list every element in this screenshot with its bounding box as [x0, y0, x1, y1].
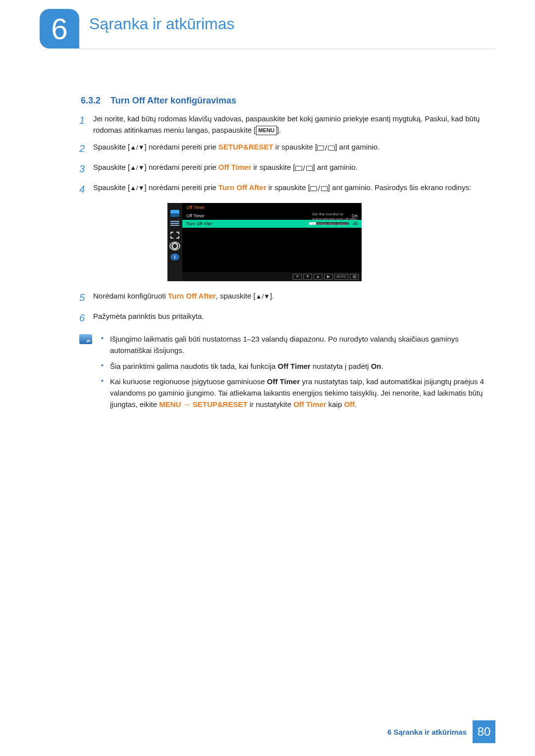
enter-icon: /	[295, 162, 313, 174]
note-list: Išjungimo laikmatis gali būti nustatomas…	[101, 333, 495, 414]
keyword-setup-reset: SETUP&RESET	[193, 400, 248, 408]
note-item: Kai kuriuose regionuose įsigytuose gamin…	[101, 376, 495, 410]
note-text: .	[355, 400, 357, 408]
step-text: ] ant gaminio.	[335, 143, 379, 151]
enter-icon: /	[310, 183, 328, 194]
keyword-turn-off-after: Turn Off After	[168, 292, 216, 300]
step-text: ] ant gaminio.	[313, 163, 358, 171]
step-number: 5	[79, 290, 93, 305]
osd-help-text: Set the monitor to automatically turn of…	[312, 212, 360, 227]
footer-chapter-ref: 6 Sąranka ir atkūrimas	[387, 728, 467, 736]
osd-btn-right-icon: ▶	[324, 274, 333, 280]
note-block: Išjungimo laikmatis gali būti nustatomas…	[79, 333, 495, 414]
osd-btn-auto: AUTO	[334, 274, 348, 280]
step-4: 4 Spauskite [▲/▼] norėdami pereiti prie …	[79, 182, 495, 197]
step-text: ir spauskite [	[266, 183, 310, 192]
step-body: Spauskite [▲/▼] norėdami pereiti prie Of…	[93, 161, 495, 177]
step-6: 6 Pažymėta parinktis bus pritaikyta.	[79, 310, 495, 326]
step-number: 1	[79, 113, 93, 136]
chapter-number: 6	[51, 12, 67, 46]
section-title: 6.3.2 Turn Off After konfigūravimas	[81, 96, 236, 106]
arrow-icon: →	[181, 400, 192, 408]
step-number: 3	[79, 161, 93, 177]
section-number: 6.3.2	[81, 96, 101, 105]
note-text: Išjungimo laikmatis gali būti nustatomas…	[110, 335, 459, 354]
step-text: ] ant gaminio. Pasirodys šis ekrano rodi…	[328, 183, 471, 192]
step-text: ] norėdami pereiti prie	[145, 163, 218, 171]
osd-panel: i Off Timer Off Timer On Turn Off After …	[167, 203, 362, 281]
keyword-off-timer: Off Timer	[293, 400, 326, 408]
step-text: Norėdami konfigūruoti	[93, 292, 168, 300]
steps-list: 1 Jei norite, kad būtų rodomas klavišų v…	[79, 113, 495, 331]
step-text: Spauskite [	[93, 183, 130, 192]
osd-icon-display	[170, 210, 179, 217]
note-text: Šia parinktimi galima naudotis tik tada,…	[110, 362, 278, 370]
osd-screenshot: i Off Timer Off Timer On Turn Off After …	[93, 203, 495, 281]
osd-header: Off Timer	[182, 203, 362, 212]
page-footer: 6 Sąranka ir atkūrimas 80	[387, 720, 495, 743]
chapter-rule	[79, 49, 495, 49]
osd-btn-up-icon: ▲	[314, 274, 322, 280]
osd-footer: ✕ ▼ ▲ ▶ AUTO ⏻	[182, 272, 362, 281]
step-text: Spauskite [	[93, 143, 130, 151]
step-body: Jei norite, kad būtų rodomas klavišų vad…	[93, 113, 495, 136]
note-icon	[79, 334, 92, 344]
keyword-on: On	[371, 362, 381, 370]
keyword-off-timer: Off Timer	[278, 362, 311, 370]
step-body: Pažymėta parinktis bus pritaikyta.	[93, 310, 495, 326]
note-text: Kai kuriuose regionuose įsigytuose gamin…	[110, 377, 267, 386]
osd-icon-info: i	[170, 253, 179, 260]
enter-icon: /	[317, 142, 335, 153]
step-text: Jei norite, kad būtų rodomas klavišų vad…	[93, 114, 480, 134]
step-number: 6	[79, 310, 93, 326]
keyword-off: Off	[344, 400, 355, 408]
step-body: Norėdami konfigūruoti Turn Off After, sp…	[93, 290, 495, 305]
up-down-icon: ▲/▼	[130, 143, 144, 152]
chapter-tab: 6	[40, 9, 79, 49]
osd-icon-resize	[170, 232, 179, 239]
keyword-turn-off-after: Turn Off After	[218, 183, 267, 192]
step-text: ].	[270, 292, 274, 300]
osd-empty-area	[182, 228, 362, 272]
osd-icon-list	[170, 221, 179, 228]
note-text: .	[381, 362, 383, 370]
step-text: ir spauskite [	[251, 163, 295, 171]
step-text: Spauskite [	[93, 163, 130, 171]
osd-btn-power-icon: ⏻	[350, 274, 359, 280]
osd-btn-close-icon: ✕	[293, 274, 302, 280]
section-heading: Turn Off After konfigūravimas	[110, 96, 236, 105]
osd-btn-down-icon: ▼	[303, 274, 312, 280]
note-item: Išjungimo laikmatis gali būti nustatomas…	[101, 333, 495, 356]
step-1: 1 Jei norite, kad būtų rodomas klavišų v…	[79, 113, 495, 136]
osd-row-label: Off Timer	[186, 213, 205, 218]
keyword-off-timer: Off Timer	[267, 377, 300, 386]
chapter-title: Sąranka ir atkūrimas	[89, 15, 234, 33]
note-item: Šia parinktimi galima naudotis tik tada,…	[101, 360, 495, 372]
step-body: Spauskite [▲/▼] norėdami pereiti prie Tu…	[93, 182, 495, 197]
osd-icon-settings	[170, 243, 179, 250]
step-number: 4	[79, 182, 93, 197]
menu-key: MENU	[256, 126, 277, 135]
step-number: 2	[79, 141, 93, 156]
keyword-setup-reset: SETUP&RESET	[218, 143, 273, 151]
step-text: ] norėdami pereiti prie	[145, 183, 218, 192]
step-text: , spauskite [	[216, 292, 256, 300]
page-number: 80	[473, 720, 495, 743]
step-body: Spauskite [▲/▼] norėdami pereiti prie SE…	[93, 141, 495, 156]
up-down-icon: ▲/▼	[130, 183, 144, 193]
step-3: 3 Spauskite [▲/▼] norėdami pereiti prie …	[79, 161, 495, 177]
note-text: kaip	[326, 400, 344, 408]
up-down-icon: ▲/▼	[256, 292, 270, 302]
osd-sidebar: i	[167, 203, 182, 281]
step-text: ir spauskite [	[273, 143, 317, 151]
note-text: nustatyta į padėtį	[311, 362, 371, 370]
up-down-icon: ▲/▼	[130, 163, 144, 173]
step-5: 5 Norėdami konfigūruoti Turn Off After, …	[79, 290, 495, 305]
keyword-menu: MENU	[159, 400, 181, 408]
step-text: ] norėdami pereiti prie	[145, 143, 218, 151]
note-text: ir nustatykite	[248, 400, 294, 408]
keyword-off-timer: Off Timer	[218, 163, 251, 171]
osd-row-label: Turn Off After	[186, 221, 213, 226]
step-2: 2 Spauskite [▲/▼] norėdami pereiti prie …	[79, 141, 495, 156]
step-text: ].	[277, 126, 281, 134]
